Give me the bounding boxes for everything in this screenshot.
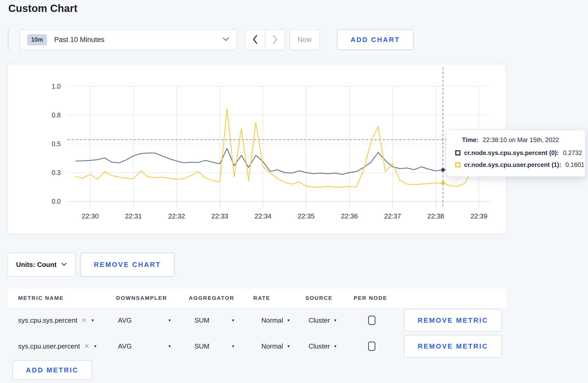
- series-line: [76, 148, 486, 174]
- tooltip-series-entry: cr.node.sys.cpu.user.percent (1):0.1601: [455, 161, 585, 168]
- x-axis-tick-label: 22:31: [125, 212, 142, 220]
- source-select[interactable]: Cluster▼: [298, 316, 346, 324]
- tooltip-series-value: 0.2732: [563, 149, 582, 157]
- x-axis-tick-label: 22:38: [427, 212, 444, 220]
- rate-select[interactable]: Normal▼: [246, 316, 298, 324]
- chart-tooltip: Time:22:38:10 on Mar 15th, 2022 cr.node.…: [446, 130, 585, 177]
- caret-down-icon: ▼: [231, 318, 235, 322]
- hover-point-dot: [441, 181, 445, 185]
- tooltip-series-label: cr.node.sys.cpu.user.percent (1):: [464, 161, 561, 168]
- remove-metric-button[interactable]: REMOVE METRIC: [404, 309, 502, 332]
- column-header: RATE: [246, 295, 298, 301]
- x-axis-tick-label: 22:39: [471, 212, 487, 220]
- caret-down-icon: ▼: [168, 318, 171, 322]
- source-select-value: Cluster: [309, 316, 330, 324]
- time-forward-button[interactable]: [265, 30, 285, 49]
- per-node-cell: [346, 316, 393, 325]
- y-axis-tick-label: 0.3: [52, 169, 61, 176]
- downsampler-select-value: AVG: [118, 342, 132, 350]
- caret-down-icon: ▼: [94, 344, 97, 348]
- caret-down-icon: ▼: [333, 344, 337, 348]
- x-axis-tick-label: 22:32: [168, 212, 185, 220]
- x-axis-tick-label: 22:33: [211, 212, 228, 220]
- row-action-cell: REMOVE METRIC: [393, 309, 506, 332]
- page-title: Custom Chart: [8, 3, 78, 14]
- caret-down-icon: ▼: [333, 318, 337, 322]
- metric-name-value: sys.cpu.sys.percent: [18, 316, 77, 324]
- rate-select-value: Normal: [261, 342, 283, 350]
- caret-down-icon: ▼: [231, 344, 235, 348]
- y-axis-tick-label: 0.0: [52, 198, 61, 205]
- metric-row: sys.cpu.user.percent✕▼AVG▼SUM▼Normal▼Clu…: [8, 333, 506, 359]
- chevron-down-icon: [222, 37, 229, 42]
- aggregator-select-value: SUM: [194, 316, 209, 324]
- aggregator-select[interactable]: SUM▼: [181, 316, 246, 324]
- time-range-label: Past 10 Minutes: [54, 36, 222, 44]
- units-label: Units: Count: [16, 261, 57, 269]
- x-axis-tick-label: 22:36: [341, 212, 358, 220]
- metric-name-select[interactable]: sys.cpu.user.percent✕▼: [8, 342, 109, 350]
- units-select[interactable]: Units: Count: [8, 253, 75, 277]
- column-header: AGGREGATOR: [181, 295, 246, 301]
- x-axis-tick-label: 22:34: [255, 212, 271, 220]
- series-line: [76, 109, 486, 187]
- caret-down-icon: ▼: [287, 344, 290, 348]
- source-select[interactable]: Cluster▼: [298, 342, 346, 350]
- column-header: PER NODE: [346, 295, 393, 301]
- add-metric-button[interactable]: ADD METRIC: [12, 360, 92, 380]
- rate-select[interactable]: Normal▼: [246, 342, 298, 350]
- tooltip-series-label: cr.node.sys.cpu.sys.percent (0):: [464, 149, 559, 157]
- chevron-right-icon: [272, 35, 278, 45]
- add-chart-button[interactable]: ADD CHART: [337, 29, 414, 50]
- downsampler-select-value: AVG: [118, 316, 132, 324]
- caret-down-icon: ▼: [91, 318, 94, 322]
- x-axis-tick-label: 22:30: [82, 212, 99, 220]
- remove-chart-button[interactable]: REMOVE CHART: [80, 253, 174, 277]
- chart-card: 1.00.80.50.30.022:3022:3122:3222:3322:34…: [8, 64, 506, 234]
- series-swatch-icon: [455, 150, 460, 155]
- per-node-cell: [346, 342, 393, 351]
- toolbar-left-rule: [8, 29, 9, 50]
- clear-metric-icon[interactable]: ✕: [81, 317, 87, 324]
- per-node-checkbox[interactable]: [368, 342, 375, 351]
- tooltip-time-value: 22:38:10 on Mar 15th, 2022: [483, 136, 559, 143]
- rate-select-value: Normal: [261, 316, 283, 324]
- metrics-table-rows: sys.cpu.sys.percent✕▼AVG▼SUM▼Normal▼Clus…: [8, 307, 506, 359]
- now-button[interactable]: Now: [289, 29, 320, 50]
- downsampler-select[interactable]: AVG▼: [109, 316, 181, 324]
- time-range-select[interactable]: 10m Past 10 Minutes: [19, 29, 237, 50]
- metric-name-select[interactable]: sys.cpu.sys.percent✕▼: [8, 316, 109, 324]
- tooltip-time-label: Time:: [462, 136, 479, 143]
- x-axis-tick-label: 22:37: [384, 212, 401, 220]
- row-action-cell: REMOVE METRIC: [393, 335, 506, 358]
- remove-metric-button[interactable]: REMOVE METRIC: [404, 335, 502, 358]
- line-chart[interactable]: 1.00.80.50.30.022:3022:3122:3222:3322:34…: [8, 64, 506, 234]
- column-header: METRIC NAME: [8, 295, 109, 301]
- metrics-table-header: METRIC NAMEDOWNSAMPLERAGGREGATORRATESOUR…: [8, 288, 506, 307]
- caret-down-icon: ▼: [168, 344, 171, 348]
- series-swatch-icon: [455, 162, 460, 167]
- source-select-value: Cluster: [309, 342, 330, 350]
- time-back-button[interactable]: [245, 30, 265, 49]
- chevron-left-icon: [252, 35, 258, 45]
- column-header: SOURCE: [298, 295, 346, 301]
- time-pager: [245, 29, 285, 50]
- metric-name-value: sys.cpu.user.percent: [18, 342, 80, 350]
- y-axis-tick-label: 0.8: [52, 111, 61, 119]
- clear-metric-icon[interactable]: ✕: [84, 343, 89, 350]
- x-axis-tick-label: 22:35: [298, 212, 314, 220]
- tooltip-time: Time:22:38:10 on Mar 15th, 2022: [455, 136, 585, 144]
- y-axis-tick-label: 0.5: [52, 140, 61, 147]
- metric-row: sys.cpu.sys.percent✕▼AVG▼SUM▼Normal▼Clus…: [8, 307, 506, 333]
- aggregator-select[interactable]: SUM▼: [181, 342, 246, 350]
- column-header: DOWNSAMPLER: [109, 295, 181, 301]
- chevron-down-icon: [61, 263, 67, 267]
- aggregator-select-value: SUM: [194, 342, 209, 350]
- caret-down-icon: ▼: [287, 318, 290, 322]
- downsampler-select[interactable]: AVG▼: [109, 342, 181, 350]
- y-axis-tick-label: 1.0: [52, 83, 61, 90]
- per-node-checkbox[interactable]: [368, 316, 375, 325]
- time-range-badge: 10m: [27, 34, 47, 45]
- tooltip-series-entry: cr.node.sys.cpu.sys.percent (0):0.2732: [455, 149, 585, 157]
- tooltip-series-value: 0.1601: [565, 161, 584, 168]
